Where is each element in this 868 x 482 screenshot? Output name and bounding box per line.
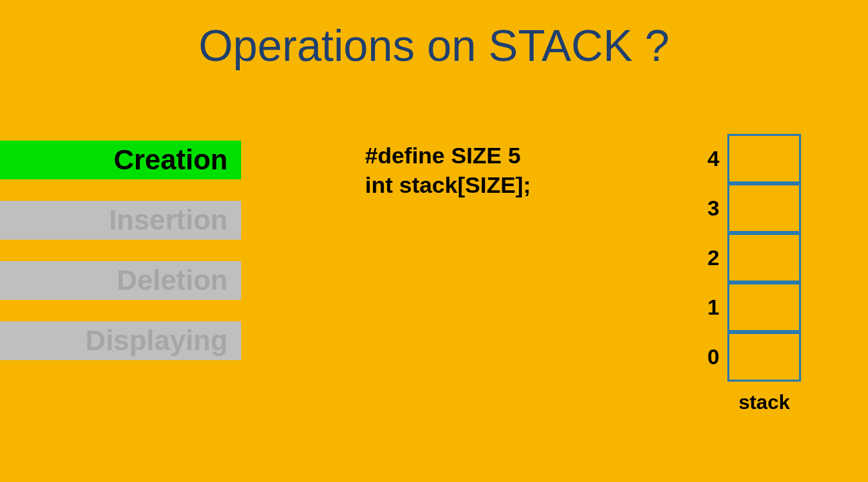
stack-cell-4 [727,134,801,183]
code-snippet: #define SIZE 5 int stack[SIZE]; [365,141,530,199]
stack-index-1: 1 [701,295,727,320]
stack-cell-3 [727,183,801,233]
stack-row: 4 [701,134,801,183]
stack-row: 2 [701,233,801,283]
op-displaying: Displaying [0,321,241,360]
stack-row: 0 [701,332,801,382]
stack-cell-1 [727,283,801,332]
stack-diagram: 4 3 2 1 0 stack [701,134,801,414]
op-deletion: Deletion [0,261,241,300]
stack-cell-0 [727,332,801,382]
stack-index-0: 0 [701,345,727,370]
code-line-1: #define SIZE 5 [365,141,530,170]
stack-row: 3 [701,183,801,233]
code-line-2: int stack[SIZE]; [365,170,530,199]
stack-cell-2 [727,233,801,283]
op-creation: Creation [0,141,241,179]
stack-index-2: 2 [701,246,727,270]
operations-list: Creation Insertion Deletion Displaying [0,141,241,382]
stack-label: stack [701,391,801,414]
stack-row: 1 [701,283,801,332]
slide-title: Operations on STACK ? [0,20,868,71]
op-insertion: Insertion [0,201,241,240]
stack-index-3: 3 [701,196,727,221]
stack-index-4: 4 [701,147,727,171]
